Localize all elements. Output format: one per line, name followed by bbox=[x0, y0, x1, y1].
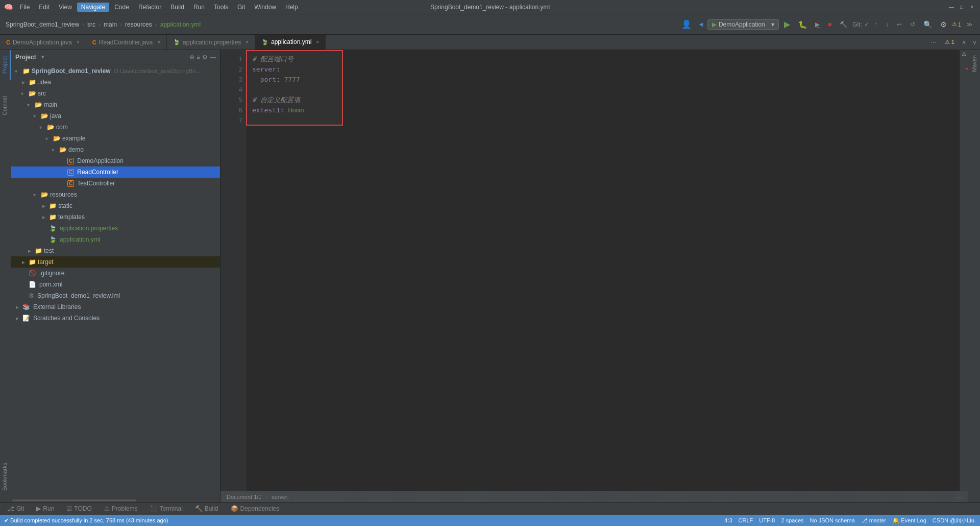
breadcrumb-resources[interactable]: resources bbox=[124, 21, 154, 28]
tab-overflow-button[interactable]: ⋯ bbox=[926, 35, 941, 50]
search-button[interactable]: 🔍 bbox=[920, 19, 935, 30]
minimize-panel-icon[interactable]: — bbox=[210, 54, 216, 61]
tree-scrollbar[interactable] bbox=[11, 498, 220, 502]
tree-demo[interactable]: ▾ 📂 demo bbox=[11, 144, 220, 155]
bottom-tab-dependencies[interactable]: 📦 Dependencies bbox=[228, 504, 283, 513]
menu-help[interactable]: Help bbox=[281, 3, 302, 12]
tree-gitignore-label: .gitignore bbox=[39, 270, 64, 277]
config-dropdown[interactable]: ▶ DemoApplication ▾ bbox=[707, 19, 779, 30]
stop-button[interactable]: ■ bbox=[825, 20, 835, 29]
status-schema[interactable]: No JSON schema bbox=[810, 517, 855, 523]
expand-icon[interactable]: ≫ bbox=[963, 20, 976, 29]
tab-read-controller[interactable]: C ReadController.java × bbox=[86, 35, 167, 50]
status-encoding[interactable]: UTF-8 bbox=[759, 517, 775, 523]
menu-view[interactable]: View bbox=[55, 3, 76, 12]
tab-read-controller-close[interactable]: × bbox=[157, 39, 160, 45]
tab-demo-application-close[interactable]: × bbox=[77, 39, 80, 45]
profile-button[interactable]: 👤 bbox=[678, 18, 695, 30]
tree-options-icon[interactable]: ⚙ bbox=[202, 54, 208, 61]
menu-edit[interactable]: Edit bbox=[35, 3, 54, 12]
minimize-button[interactable]: — bbox=[947, 3, 955, 11]
bottom-tab-terminal[interactable]: ⬛ Terminal bbox=[147, 504, 186, 513]
maximize-button[interactable]: □ bbox=[958, 3, 966, 11]
tree-scratches[interactable]: ► 📝 Scratches and Consoles bbox=[11, 313, 220, 324]
status-branch[interactable]: ⎇ master bbox=[861, 517, 887, 524]
scroll-down-icon[interactable]: ∨ bbox=[969, 35, 980, 50]
tree-templates[interactable]: ► 📁 templates bbox=[11, 211, 220, 223]
bottom-tab-git[interactable]: ⎇ Git bbox=[4, 504, 27, 513]
git-update-button[interactable]: ↑ bbox=[871, 20, 880, 29]
tree-read-controller[interactable]: C ReadController bbox=[11, 166, 220, 178]
tree-iml[interactable]: ⚙ SpringBoot_demo1_review.iml bbox=[11, 290, 220, 301]
debug-button[interactable]: 🐛 bbox=[795, 19, 810, 30]
scroll-up-icon[interactable]: ∧ bbox=[959, 35, 969, 50]
commit-vtab[interactable]: Commit bbox=[0, 90, 11, 122]
menu-code[interactable]: Code bbox=[110, 3, 133, 12]
breadcrumb-project[interactable]: SpringBoot_demo1_review bbox=[4, 21, 81, 28]
tree-app-properties[interactable]: 🍃 application.properties bbox=[11, 223, 220, 234]
tree-main[interactable]: ▾ 📂 main bbox=[11, 99, 220, 110]
tree-root[interactable]: ▾ 📁 SpringBoot_demo1_review D:\Java\code… bbox=[11, 65, 220, 77]
editor-content[interactable]: 1 2 3 4 5 6 7 # 配置端口号 server: port: bbox=[220, 50, 968, 491]
key-port: port bbox=[260, 75, 276, 85]
status-cursor[interactable]: 4:3 bbox=[724, 517, 732, 523]
tree-example[interactable]: ▾ 📂 example bbox=[11, 133, 220, 144]
tree-static[interactable]: ► 📁 static bbox=[11, 200, 220, 211]
tree-resources[interactable]: ▾ 📂 resources bbox=[11, 189, 220, 200]
menu-git[interactable]: Git bbox=[233, 3, 249, 12]
breadcrumb-src[interactable]: src bbox=[86, 21, 97, 28]
history-button[interactable]: ↩ bbox=[894, 20, 905, 29]
app-properties-icon: 🍃 bbox=[49, 225, 57, 232]
status-indent[interactable]: 2 spaces bbox=[781, 517, 804, 523]
tree-test-controller[interactable]: C TestController bbox=[11, 178, 220, 189]
tree-src[interactable]: ▾ 📂 src bbox=[11, 88, 220, 99]
menu-build[interactable]: Build bbox=[166, 3, 188, 12]
build-button[interactable]: 🔨 bbox=[837, 20, 850, 29]
menu-file[interactable]: File bbox=[16, 3, 34, 12]
tree-com[interactable]: ▾ 📂 com bbox=[11, 122, 220, 133]
menu-navigate[interactable]: Navigate bbox=[77, 3, 109, 12]
project-vtab[interactable]: Project bbox=[0, 50, 11, 80]
menu-run[interactable]: Run bbox=[189, 3, 209, 12]
run-button[interactable]: ▶ bbox=[781, 18, 793, 30]
tree-external-libs[interactable]: ► 📚 External Libraries bbox=[11, 301, 220, 313]
locate-icon[interactable]: ⊕ bbox=[189, 54, 194, 61]
tree-target[interactable]: ► 📁 target bbox=[11, 256, 220, 268]
code-editor[interactable]: # 配置端口号 server: port: 7777 # 自定义配置项 exte… bbox=[246, 50, 960, 491]
nav-back-button[interactable]: ◄ bbox=[697, 19, 705, 29]
tree-test[interactable]: ► 📁 test bbox=[11, 245, 220, 256]
project-dropdown-arrow[interactable]: ▾ bbox=[39, 54, 46, 60]
breadcrumb-main[interactable]: main bbox=[102, 21, 118, 28]
status-line-sep[interactable]: CRLF bbox=[739, 517, 753, 523]
bottom-tab-build[interactable]: 🔨 Build bbox=[192, 504, 222, 513]
bottom-tab-todo[interactable]: ☑ TODO bbox=[63, 504, 94, 513]
revert-button[interactable]: ↺ bbox=[907, 20, 918, 29]
git-push-button[interactable]: ↓ bbox=[883, 20, 892, 29]
tree-idea[interactable]: ► 📁 .idea bbox=[11, 77, 220, 88]
run-tab-icon: ▶ bbox=[36, 505, 41, 512]
tree-app-yaml[interactable]: 🍃 application.yml bbox=[11, 234, 220, 245]
tree-demo-application[interactable]: C DemoApplication bbox=[11, 155, 220, 166]
coverage-button[interactable]: ▶̲ bbox=[812, 20, 823, 29]
maven-vtab[interactable]: Maven bbox=[969, 50, 979, 77]
tree-java[interactable]: ▾ 📂 java bbox=[11, 110, 220, 122]
bottom-tab-problems[interactable]: ⚠ Problems bbox=[101, 504, 141, 513]
tab-app-properties[interactable]: 🍃 application.properties × bbox=[167, 35, 255, 50]
menu-refactor[interactable]: Refactor bbox=[134, 3, 165, 12]
event-log-button[interactable]: 🔔 Event Log bbox=[892, 517, 926, 524]
menu-tools[interactable]: Tools bbox=[210, 3, 232, 12]
tab-app-yaml-close[interactable]: × bbox=[316, 39, 319, 45]
tree-pom[interactable]: 📄 pom.xml bbox=[11, 279, 220, 290]
tab-app-properties-close[interactable]: × bbox=[246, 39, 249, 45]
tree-scroll-thumb[interactable] bbox=[12, 499, 136, 501]
collapse-all-icon[interactable]: ≡ bbox=[197, 54, 200, 61]
menu-window[interactable]: Window bbox=[250, 3, 280, 12]
breadcrumb-file[interactable]: application.yml bbox=[159, 21, 202, 28]
tree-gitignore[interactable]: 🚫 .gitignore bbox=[11, 268, 220, 279]
bookmarks-vtab[interactable]: Bookmarks bbox=[0, 457, 11, 497]
close-button[interactable]: × bbox=[968, 3, 976, 11]
tab-demo-application[interactable]: C DemoApplication.java × bbox=[0, 35, 86, 50]
bottom-tab-run[interactable]: ▶ Run bbox=[33, 504, 57, 513]
tab-app-yaml[interactable]: 🍃 application.yml × bbox=[255, 35, 326, 50]
settings-button[interactable]: ⚙ bbox=[937, 19, 950, 30]
